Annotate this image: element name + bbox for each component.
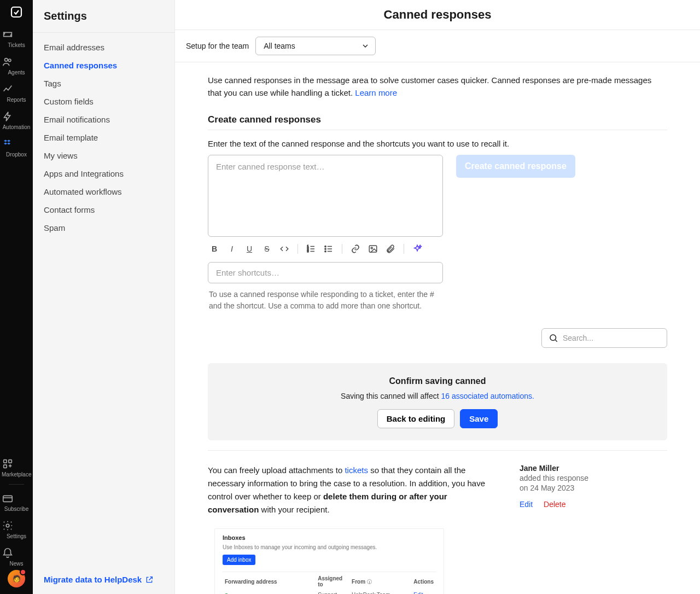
response-delete-link[interactable]: Delete (544, 500, 565, 509)
nav-news[interactable]: News (2, 543, 31, 570)
navrail: Tickets Agents Reports Automation Dropbo… (0, 0, 33, 594)
sidebar-item-my-views[interactable]: My views (33, 147, 174, 165)
sidebar-item-tags[interactable]: Tags (33, 74, 174, 92)
nav-tickets[interactable]: Tickets (2, 24, 31, 51)
avatar[interactable]: 🧑 (8, 570, 25, 587)
nav-reports[interactable]: Reports (2, 79, 31, 106)
settings-menu: Email addresses Canned responses Tags Cu… (33, 33, 174, 242)
row-edit-link[interactable]: Edit (413, 592, 423, 594)
search-icon (549, 333, 558, 343)
page-title: Canned responses (175, 8, 700, 22)
shortcut-input[interactable]: Enter shortcuts… (208, 262, 443, 283)
code-icon[interactable] (279, 243, 290, 254)
svg-rect-0 (11, 7, 21, 17)
nav-marketplace[interactable]: Marketplace (2, 453, 31, 481)
settings-title: Settings (33, 0, 174, 32)
tickets-link[interactable]: tickets (345, 465, 368, 475)
editor-toolbar: B I U S 123 (208, 237, 443, 259)
svg-rect-14 (369, 246, 377, 252)
app-logo-icon (10, 5, 23, 19)
inboxes-preview: Inboxes Use Inboxes to manage your incom… (214, 528, 444, 594)
sidebar-item-email-template[interactable]: Email template (33, 129, 174, 147)
response-date: on 24 May 2023 (520, 484, 667, 492)
nav-dropbox[interactable]: Dropbox (2, 133, 31, 161)
sidebar-item-email-notifications[interactable]: Email notifications (33, 110, 174, 129)
nav-agents[interactable]: Agents (2, 51, 31, 79)
image-icon[interactable] (368, 243, 378, 254)
associated-automations-link[interactable]: 16 associated automations. (441, 392, 534, 400)
main: Canned responses Setup for the team All … (175, 0, 700, 594)
table-row: 1074561227@tickets.helpdesk.comInstructi… (223, 590, 436, 594)
intro-text: Use canned responses in the message area… (175, 62, 700, 99)
attachment-icon[interactable] (385, 243, 396, 254)
mini-desc: Use Inboxes to manage your incoming and … (223, 544, 436, 550)
search-input[interactable]: Search... (541, 328, 667, 348)
nav-settings[interactable]: Settings (2, 515, 31, 543)
sidebar-item-email-addresses[interactable]: Email addresses (33, 38, 174, 56)
confirm-panel: Confirm saving canned Saving this canned… (208, 363, 667, 440)
nav-automation[interactable]: Automation (2, 106, 31, 133)
response-item: You can freely upload attachments to tic… (208, 450, 667, 594)
external-link-icon (145, 575, 154, 584)
col-actions: Actions (411, 572, 436, 590)
svg-point-16 (550, 335, 556, 341)
sidebar-item-automated-workflows[interactable]: Automated workflows (33, 183, 174, 201)
shortcut-hint: To use a canned response while respondin… (208, 283, 443, 312)
response-added: added this response (520, 474, 667, 482)
svg-rect-6 (3, 496, 13, 502)
svg-rect-4 (9, 460, 12, 463)
save-button[interactable]: Save (460, 409, 498, 428)
svg-point-13 (325, 251, 326, 252)
response-body: You can freely upload attachments to tic… (208, 464, 498, 516)
create-canned-button[interactable]: Create canned response (456, 155, 575, 178)
back-to-editing-button[interactable]: Back to editing (377, 409, 455, 428)
confirm-text: Saving this canned will affect 16 associ… (219, 392, 656, 400)
sidebar-item-canned-responses[interactable]: Canned responses (33, 56, 174, 74)
confirm-heading: Confirm saving canned (219, 376, 656, 386)
col-forwarding: Forwarding address (223, 572, 316, 590)
response-author: Jane Miller (520, 464, 667, 473)
learn-more-link[interactable]: Learn more (355, 88, 397, 97)
svg-point-7 (6, 524, 9, 527)
svg-point-11 (325, 246, 326, 247)
page-header: Canned responses (175, 0, 700, 30)
underline-icon[interactable]: U (244, 243, 255, 254)
svg-point-2 (8, 59, 11, 62)
ai-icon[interactable] (412, 243, 423, 254)
sidebar-item-contact-forms[interactable]: Contact forms (33, 201, 174, 219)
team-label: Setup for the team (186, 42, 249, 50)
mini-title: Inboxes (223, 534, 436, 541)
bullet-list-icon[interactable] (323, 243, 334, 254)
team-select[interactable]: All teams (255, 37, 376, 55)
svg-text:3: 3 (307, 249, 309, 253)
svg-point-12 (325, 248, 326, 249)
link-icon[interactable] (350, 243, 361, 254)
ordered-list-icon[interactable]: 123 (306, 243, 317, 254)
svg-rect-3 (4, 460, 7, 463)
create-caption: Enter the text of the canned response an… (175, 133, 700, 153)
team-select-value: All teams (264, 42, 295, 50)
svg-point-1 (5, 59, 8, 62)
col-assigned: Assigned to (316, 572, 349, 590)
sidebar-item-spam[interactable]: Spam (33, 219, 174, 237)
response-edit-link[interactable]: Edit (520, 500, 533, 509)
chevron-down-icon (361, 42, 370, 50)
sidebar-item-custom-fields[interactable]: Custom fields (33, 92, 174, 110)
italic-icon[interactable]: I (226, 243, 237, 254)
canned-text-input[interactable]: Enter canned response text… (208, 155, 443, 237)
notification-dot (20, 569, 26, 575)
create-heading: Create canned responses (208, 114, 667, 130)
sidebar-item-apps-integrations[interactable]: Apps and Integrations (33, 165, 174, 183)
col-from: Fromi (349, 572, 411, 590)
bold-icon[interactable]: B (209, 243, 220, 254)
strike-icon[interactable]: S (261, 243, 272, 254)
svg-point-15 (371, 247, 372, 249)
team-bar: Setup for the team All teams (175, 30, 700, 62)
svg-rect-5 (4, 465, 7, 468)
response-meta: Jane Miller added this response on 24 Ma… (520, 464, 667, 594)
nav-subscribe[interactable]: Subscribe (2, 488, 31, 515)
add-inbox-button[interactable]: Add inbox (223, 555, 255, 565)
migrate-link[interactable]: Migrate data to HelpDesk (33, 565, 174, 594)
settings-sidebar: Settings Email addresses Canned response… (33, 0, 175, 594)
